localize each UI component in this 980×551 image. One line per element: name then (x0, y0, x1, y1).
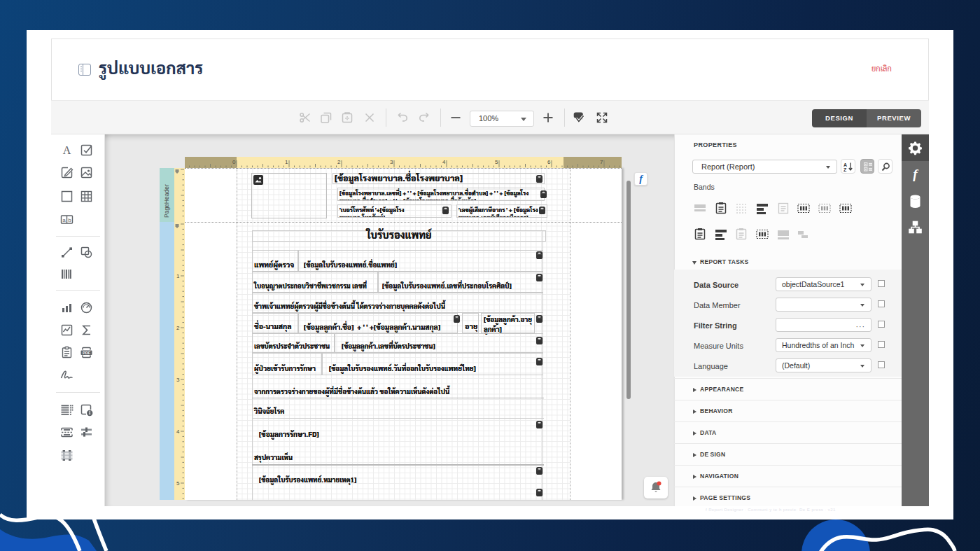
svg-text:6: 6 (547, 159, 551, 165)
svg-text:5: 5 (176, 480, 180, 487)
svg-text:4: 4 (176, 428, 180, 435)
svg-text:A: A (844, 162, 847, 167)
svg-text:4: 4 (442, 159, 446, 165)
svg-text:2: 2 (337, 159, 341, 165)
svg-text:0: 0 (232, 159, 236, 165)
svg-text:b: b (68, 217, 71, 223)
svg-text:Z: Z (844, 167, 847, 172)
svg-text:1: 1 (285, 159, 288, 165)
svg-text:3: 3 (176, 377, 180, 383)
svg-text:5: 5 (495, 159, 498, 165)
svg-text:3: 3 (390, 159, 393, 165)
svg-text:1: 1 (176, 273, 180, 279)
svg-text:A: A (63, 144, 71, 156)
svg-text:PDF: PDF (83, 351, 91, 355)
svg-text:a: a (62, 217, 66, 223)
svg-text:2: 2 (176, 325, 180, 331)
svg-text:7: 7 (600, 159, 603, 165)
